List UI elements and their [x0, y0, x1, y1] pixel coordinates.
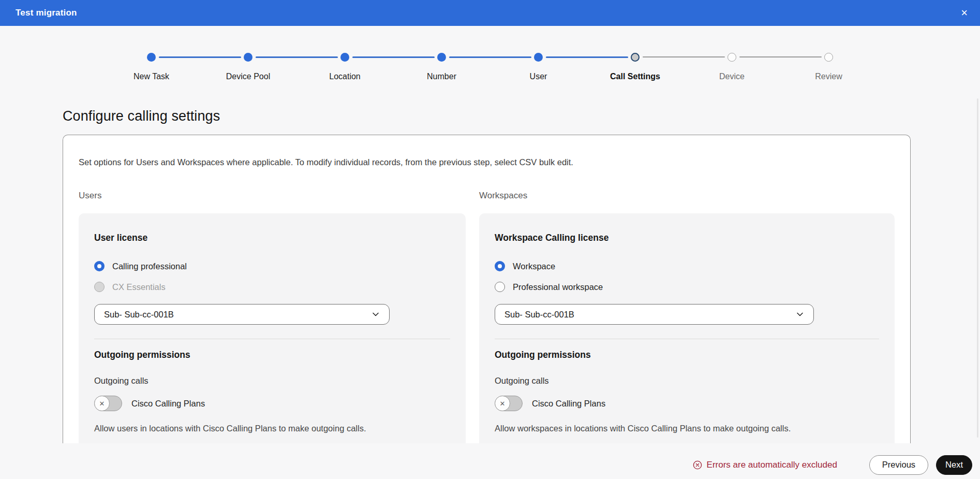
previous-button[interactable]: Previous — [869, 455, 928, 475]
outgoing-calls-description: Allow users in locations with Cisco Call… — [94, 423, 450, 434]
radio-label: Professional workspace — [513, 282, 603, 292]
dropdown-value: Sub- Sub-cc-001B — [504, 310, 574, 320]
error-circle-x-icon — [693, 460, 702, 470]
users-card: User license Calling professional CX Ess… — [79, 213, 466, 443]
scrollbar[interactable] — [977, 98, 978, 438]
radio-professional-workspace[interactable]: Professional workspace — [495, 281, 879, 293]
users-column-label: Users — [79, 190, 466, 201]
radio-label: CX Essentials — [112, 282, 166, 292]
toggle-off-x-icon: ✕ — [94, 396, 110, 411]
window-title: Test migration — [16, 8, 77, 18]
radio-calling-professional[interactable]: Calling professional — [94, 260, 450, 272]
window-titlebar: Test migration × — [0, 0, 980, 26]
user-license-heading: User license — [94, 232, 450, 243]
workspace-license-radio-group: Workspace Professional workspace — [495, 260, 879, 293]
radio-selected-icon — [94, 261, 105, 271]
radio-selected-icon — [495, 261, 505, 271]
section-divider — [94, 339, 450, 339]
outgoing-calls-description: Allow workspaces in locations with Cisco… — [495, 423, 879, 434]
radio-label: Workspace — [513, 262, 555, 271]
workspaces-column-label: Workspaces — [479, 190, 895, 201]
step-dot-completed — [244, 53, 253, 62]
panel-intro-text: Set options for Users and Workspaces whe… — [79, 135, 895, 168]
workspace-license-heading: Workspace Calling license — [495, 232, 879, 243]
user-license-radio-group: Calling professional CX Essentials — [94, 260, 450, 293]
toggle-off-x-icon: ✕ — [495, 396, 510, 411]
step-label: Review — [815, 72, 842, 81]
step-label: Number — [427, 72, 456, 81]
step-label: Device — [719, 72, 745, 81]
step-label: Device Pool — [226, 72, 270, 81]
cisco-calling-plans-toggle[interactable]: ✕ — [495, 396, 523, 411]
next-button[interactable]: Next — [936, 455, 972, 475]
cisco-calling-plans-toggle-row: ✕ Cisco Calling Plans — [94, 396, 450, 411]
radio-workspace[interactable]: Workspace — [495, 260, 879, 272]
wizard-stepper: New Task Device Pool Location Number Use… — [0, 53, 980, 81]
outgoing-permissions-heading: Outgoing permissions — [495, 349, 879, 360]
step-dot-completed — [534, 53, 543, 62]
step-dot-completed — [147, 53, 156, 62]
column-labels-row: Users Workspaces — [79, 190, 895, 201]
workspace-subscription-dropdown[interactable]: Sub- Sub-cc-001B — [495, 304, 814, 325]
step-dot-completed — [340, 53, 349, 62]
cisco-calling-plans-toggle-row: ✕ Cisco Calling Plans — [495, 396, 879, 411]
outgoing-calls-label: Outgoing calls — [94, 375, 450, 386]
page-title: Configure calling settings — [63, 108, 980, 124]
close-icon[interactable]: × — [957, 5, 972, 21]
toggle-label: Cisco Calling Plans — [131, 399, 205, 409]
step-label: New Task — [133, 72, 169, 81]
error-note-text: Errors are automatically excluded — [707, 460, 837, 470]
outgoing-permissions-heading: Outgoing permissions — [94, 349, 450, 360]
cisco-calling-plans-toggle[interactable]: ✕ — [94, 396, 122, 411]
toggle-label: Cisco Calling Plans — [532, 399, 605, 409]
radio-disabled-icon — [94, 282, 105, 292]
step-label: User — [530, 72, 547, 81]
step-label: Location — [329, 72, 361, 81]
step-dot-upcoming — [824, 53, 833, 62]
dropdown-value: Sub- Sub-cc-001B — [104, 310, 174, 320]
step-label: Call Settings — [610, 72, 660, 81]
user-subscription-dropdown[interactable]: Sub- Sub-cc-001B — [94, 304, 390, 325]
settings-cards-row: User license Calling professional CX Ess… — [79, 213, 895, 443]
step-review[interactable]: Review — [780, 53, 877, 81]
step-dot-upcoming — [727, 53, 736, 62]
chevron-down-icon — [796, 310, 804, 318]
workspaces-card: Workspace Calling license Workspace Prof… — [479, 213, 895, 443]
radio-cx-essentials: CX Essentials — [94, 281, 450, 293]
step-dot-current — [631, 53, 640, 62]
wizard-footer: Errors are automatically excluded Previo… — [0, 444, 980, 479]
radio-unselected-icon — [495, 282, 505, 292]
section-divider — [495, 339, 879, 339]
step-dot-completed — [437, 53, 446, 62]
call-settings-panel: Set options for Users and Workspaces whe… — [63, 135, 911, 443]
chevron-down-icon — [372, 310, 380, 318]
radio-label: Calling professional — [112, 262, 187, 271]
outgoing-calls-label: Outgoing calls — [495, 375, 879, 386]
error-note: Errors are automatically excluded — [693, 460, 837, 470]
